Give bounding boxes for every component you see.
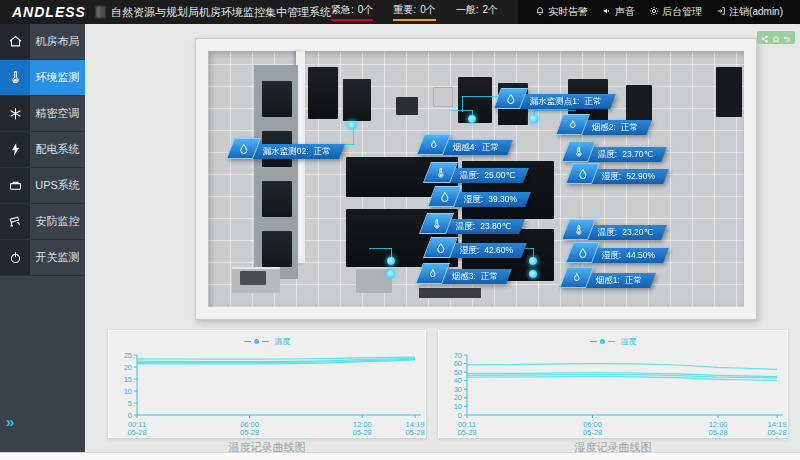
svg-text:05-28: 05-28 bbox=[127, 428, 146, 437]
svg-text:05-28: 05-28 bbox=[767, 428, 786, 437]
snowflake-icon bbox=[0, 96, 30, 131]
home-icon bbox=[772, 29, 780, 47]
thermometer-icon bbox=[0, 60, 30, 95]
bell-icon bbox=[535, 6, 548, 18]
temperature-legend[interactable]: 温度 bbox=[109, 336, 425, 347]
alarm-summary: 紧急: 0个 重要: 0个 一般: 2个 bbox=[331, 3, 518, 21]
system-title: 自然资源与规划局机房环境监控集中管理系统 bbox=[111, 5, 331, 20]
sidebar-item-security[interactable]: 安防监控 bbox=[0, 204, 85, 240]
humidity-chart-panel: 湿度 01020304050607000:1105-2806:0005-2812… bbox=[438, 330, 788, 438]
sound-button[interactable]: 声音 bbox=[602, 5, 635, 19]
sensor-badge-leak-02[interactable]: 漏水监测02:正常 bbox=[230, 138, 342, 159]
sensor-badge-hum-d[interactable]: 湿度:44.50% bbox=[569, 242, 666, 263]
badge-text: 温度:23.80℃ bbox=[456, 221, 511, 233]
bottom-strip bbox=[0, 452, 800, 460]
sensor-badge-temp-d[interactable]: 温度:23.20℃ bbox=[565, 219, 664, 240]
svg-text:20: 20 bbox=[454, 393, 462, 402]
svg-text:20: 20 bbox=[124, 363, 132, 372]
app-window: ANDLESS 自然资源与规划局机房环境监控集中管理系统 紧急: 0个 重要: … bbox=[0, 0, 800, 460]
sensor-badge-hum-a[interactable]: 湿度:39.30% bbox=[431, 186, 528, 207]
temperature-chart-panel: 温度 051015202500:1105-2806:0005-2812:0005… bbox=[108, 330, 426, 438]
badge-text: 温度:23.70℃ bbox=[598, 149, 653, 161]
svg-text:30: 30 bbox=[454, 385, 462, 394]
svg-text:05-28: 05-28 bbox=[240, 428, 259, 437]
header-buttons: 实时告警 声音 后台管理 注销(admin) bbox=[518, 0, 800, 24]
back-icon bbox=[783, 29, 791, 47]
ac-unit bbox=[262, 231, 292, 267]
alarm-critical: 紧急: 0个 bbox=[331, 3, 373, 21]
svg-text:0: 0 bbox=[458, 411, 462, 420]
svg-text:40: 40 bbox=[454, 376, 462, 385]
floor-panel bbox=[418, 287, 482, 299]
sidebar-item-switch-monitor[interactable]: 开关监测 bbox=[0, 240, 85, 276]
badge-text: 漏水监测点1:正常 bbox=[530, 96, 602, 108]
badge-text: 温度:25.00℃ bbox=[460, 170, 515, 182]
alarm-important: 重要: 0个 bbox=[393, 3, 435, 21]
svg-text:5: 5 bbox=[128, 399, 132, 408]
svg-text:05-28: 05-28 bbox=[583, 428, 602, 437]
equipment-box bbox=[396, 97, 418, 115]
svg-text:05-28: 05-28 bbox=[709, 428, 728, 437]
sensor-badge-temp-c[interactable]: 温度:23.70℃ bbox=[565, 141, 664, 162]
power-switch-icon bbox=[0, 240, 30, 275]
humidity-chart: 01020304050607000:1105-2806:0005-2812:00… bbox=[439, 349, 789, 439]
badge-text: 湿度:44.50% bbox=[602, 250, 655, 262]
sensor-badge-smoke-2[interactable]: 烟感2:正常 bbox=[559, 114, 649, 135]
sensor-badge-temp-b[interactable]: 温度:23.80℃ bbox=[423, 213, 522, 234]
top-header-bar: ANDLESS 自然资源与规划局机房环境监控集中管理系统 紧急: 0个 重要: … bbox=[0, 0, 800, 24]
redacted-org-name bbox=[96, 6, 105, 18]
equipment-box-light bbox=[433, 87, 453, 107]
alarm-general: 一般: 2个 bbox=[456, 3, 498, 21]
viewport-toolbar[interactable] bbox=[757, 31, 795, 44]
svg-text:15: 15 bbox=[124, 375, 132, 384]
sidebar-item-room-layout[interactable]: 机房布局 bbox=[0, 24, 85, 60]
battery-icon bbox=[0, 168, 30, 203]
realtime-alarm-button[interactable]: 实时告警 bbox=[535, 5, 588, 19]
svg-text:50: 50 bbox=[454, 368, 462, 377]
sidebar-item-environment[interactable]: 环境监测 bbox=[0, 60, 85, 96]
share-icon bbox=[761, 29, 769, 47]
sidebar-item-power-distribution[interactable]: 配电系统 bbox=[0, 132, 85, 168]
sensor-badge-temp-a[interactable]: 温度:25.00℃ bbox=[427, 162, 526, 183]
speaker-icon bbox=[602, 6, 615, 18]
svg-text:70: 70 bbox=[454, 351, 462, 360]
badge-text: 烟感1:正常 bbox=[596, 275, 642, 287]
badge-text: 湿度:42.60% bbox=[460, 245, 513, 257]
badge-text: 湿度:39.30% bbox=[464, 194, 517, 206]
desk-screen bbox=[240, 271, 266, 285]
badge-text: 温度:23.20℃ bbox=[598, 227, 653, 239]
console-box bbox=[356, 267, 392, 293]
logout-button[interactable]: 注销(admin) bbox=[716, 5, 783, 19]
sidebar-item-precision-ac[interactable]: 精密空调 bbox=[0, 96, 85, 132]
gear-icon bbox=[649, 6, 662, 18]
equipment-box bbox=[343, 79, 371, 121]
badge-text: 湿度:52.90% bbox=[602, 171, 655, 183]
ac-unit bbox=[262, 81, 292, 117]
lightning-icon bbox=[0, 132, 30, 167]
humidity-legend[interactable]: 湿度 bbox=[439, 336, 787, 347]
equipment-box bbox=[308, 67, 338, 119]
sensor-badge-smoke-4[interactable]: 烟感4:正常 bbox=[420, 134, 510, 155]
svg-text:05-28: 05-28 bbox=[405, 428, 424, 437]
svg-text:10: 10 bbox=[124, 387, 132, 396]
sensor-badge-hum-b[interactable]: 湿度:42.60% bbox=[427, 237, 524, 258]
admin-button[interactable]: 后台管理 bbox=[649, 5, 702, 19]
svg-text:10: 10 bbox=[454, 402, 462, 411]
svg-text:05-28: 05-28 bbox=[353, 428, 372, 437]
sidebar-collapse-chevron[interactable]: » bbox=[6, 413, 14, 430]
sensor-badge-smoke-1[interactable]: 烟感1:正常 bbox=[563, 267, 653, 288]
ac-unit bbox=[262, 181, 292, 217]
sensor-badge-leak-point-1[interactable]: 漏水监测点1:正常 bbox=[497, 88, 613, 109]
logout-icon bbox=[716, 6, 729, 18]
badge-text: 烟感3:正常 bbox=[452, 271, 498, 283]
badge-text: 漏水监测02:正常 bbox=[263, 146, 331, 158]
sensor-badge-hum-c[interactable]: 湿度:52.90% bbox=[569, 163, 666, 184]
brand-logo: ANDLESS bbox=[12, 4, 86, 20]
sidebar-nav: 机房布局 环境监测 精密空调 配电系统 UPS系统 安防监控 开关监测 » bbox=[0, 24, 85, 452]
sidebar-item-ups[interactable]: UPS系统 bbox=[0, 168, 85, 204]
badge-text: 烟感4:正常 bbox=[453, 142, 499, 154]
svg-text:0: 0 bbox=[128, 411, 132, 420]
svg-text:05-28: 05-28 bbox=[457, 428, 476, 437]
sensor-badge-smoke-3[interactable]: 烟感3:正常 bbox=[419, 263, 509, 284]
temperature-chart: 051015202500:1105-2806:0005-2812:0005-28… bbox=[109, 349, 427, 439]
